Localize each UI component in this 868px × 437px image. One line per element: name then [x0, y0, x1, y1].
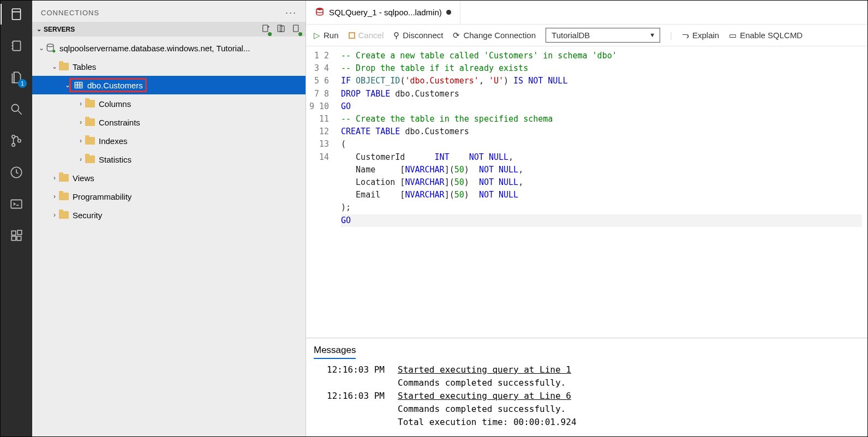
chevron-right-icon: › — [51, 193, 58, 200]
activity-extensions-icon[interactable] — [8, 228, 25, 244]
svg-rect-18 — [263, 25, 268, 32]
folder-icon — [58, 174, 69, 182]
explain-icon: ᓓ — [682, 31, 689, 40]
messages-panel: Messages 12:16:03 PM Started executing q… — [306, 338, 867, 436]
tree-dbo-customers-node[interactable]: ⌄ dbo.Customers — [32, 76, 306, 94]
line-gutter: 1 2 3 4 5 6 7 8 9 10 11 12 13 14 — [306, 46, 336, 338]
chevron-right-icon: › — [77, 100, 85, 107]
tree-server-node[interactable]: ⌄ sqlpoolservername.database.windows.net… — [32, 39, 306, 57]
svg-rect-12 — [11, 200, 22, 208]
message-link[interactable]: Started executing query at Line 6 — [398, 390, 571, 403]
servers-section-header[interactable]: ⌄ SERVERS — [32, 22, 306, 37]
message-row: 12:16:03 PM Started executing query at L… — [314, 390, 860, 403]
svg-rect-14 — [11, 231, 16, 235]
folder-icon — [58, 63, 69, 70]
query-toolbar: ▷Run Cancel ⚲Disconnect ⟳Change Connecti… — [306, 25, 867, 46]
svg-rect-22 — [280, 26, 285, 32]
tree-statistics-node[interactable]: › Statistics — [32, 150, 306, 169]
chevron-right-icon: › — [77, 118, 85, 126]
folder-icon — [85, 137, 95, 145]
activity-timeline-icon[interactable] — [8, 164, 25, 181]
activity-terminal-icon[interactable] — [8, 196, 25, 212]
tree-tables-label: Tables — [73, 62, 96, 71]
message-row: 12:16:03 PM Started executing query at L… — [314, 363, 860, 376]
tree-statistics-label: Statistics — [99, 155, 131, 164]
tree-indexes-node[interactable]: › Indexes — [32, 131, 306, 150]
refresh-icon: ⟳ — [453, 31, 460, 40]
chevron-right-icon: › — [77, 137, 85, 145]
chevron-down-icon: ⌄ — [51, 63, 58, 70]
tree-server-label: sqlpoolservername.database.windows.net, … — [59, 44, 250, 53]
messages-body: 12:16:03 PM Started executing query at L… — [314, 363, 860, 429]
svg-rect-15 — [11, 236, 16, 241]
panel-more-icon[interactable]: ··· — [285, 7, 297, 19]
new-connection-icon[interactable] — [261, 23, 271, 35]
new-group-icon[interactable] — [276, 23, 286, 35]
tab-bar: SQLQuery_1 - sqlpoo...ladmin) — [306, 1, 867, 25]
dirty-indicator-icon — [446, 10, 451, 15]
tree-programmability-node[interactable]: › Programmability — [32, 187, 306, 206]
activity-search-icon[interactable] — [8, 101, 25, 117]
chevron-down-icon: ⌄ — [38, 44, 45, 52]
separator: | — [670, 31, 672, 40]
tree-columns-label: Columns — [99, 99, 131, 109]
message-link[interactable]: Started executing query at Line 1 — [398, 363, 571, 376]
editor-area: SQLQuery_1 - sqlpoo...ladmin) ▷Run Cance… — [306, 1, 867, 436]
activity-bar: 1 — [1, 1, 32, 436]
tree-views-label: Views — [73, 173, 94, 183]
activity-source-control-icon[interactable] — [8, 133, 25, 149]
svg-rect-2 — [13, 41, 21, 50]
cancel-button[interactable]: Cancel — [349, 31, 384, 40]
tree-constraints-label: Constraints — [99, 118, 140, 127]
disconnect-icon: ⚲ — [393, 31, 399, 40]
messages-tab[interactable]: Messages — [314, 343, 356, 359]
connections-panel: CONNECTIONS ··· ⌄ SERVERS ⌄ sqlpoolserve… — [32, 1, 306, 436]
folder-icon — [58, 193, 69, 200]
svg-line-7 — [18, 111, 22, 115]
svg-rect-23 — [294, 25, 298, 32]
svg-point-10 — [18, 139, 21, 142]
folder-icon — [85, 118, 95, 126]
folder-icon — [58, 211, 69, 219]
message-line: Commands completed successfully. — [398, 376, 860, 390]
chevron-right-icon: › — [51, 174, 58, 182]
code-editor[interactable]: 1 2 3 4 5 6 7 8 9 10 11 12 13 14 -- Crea… — [306, 46, 867, 338]
tree-dbo-customers-label: dbo.Customers — [87, 81, 143, 90]
play-icon: ▷ — [314, 31, 320, 40]
activity-notebook-icon[interactable] — [8, 38, 25, 54]
enable-sqlcmd-button[interactable]: ▭Enable SQLCMD — [729, 31, 803, 40]
new-query-icon[interactable] — [291, 23, 301, 35]
change-connection-button[interactable]: ⟳Change Connection — [453, 31, 536, 40]
explorer-badge: 1 — [18, 79, 27, 88]
svg-rect-26 — [75, 82, 82, 88]
server-icon — [45, 43, 56, 53]
run-button[interactable]: ▷Run — [314, 31, 339, 40]
activity-explorer-icon[interactable]: 1 — [8, 69, 25, 86]
chevron-right-icon: › — [51, 211, 58, 219]
message-timestamp: 12:16:03 PM — [314, 390, 385, 403]
tree-columns-node[interactable]: › Columns — [32, 94, 306, 113]
tree-tables-node[interactable]: ⌄ Tables — [32, 57, 306, 76]
panel-header: CONNECTIONS ··· — [32, 1, 306, 22]
activity-connections-icon[interactable] — [8, 6, 25, 22]
database-icon — [315, 7, 325, 18]
tree-security-node[interactable]: › Security — [32, 206, 306, 224]
message-line: Total execution time: 00:00:01.924 — [398, 416, 860, 429]
explain-button[interactable]: ᓓExplain — [682, 31, 719, 40]
panel-title: CONNECTIONS — [41, 9, 99, 17]
svg-point-24 — [47, 44, 53, 47]
svg-point-25 — [52, 50, 55, 52]
tree-constraints-node[interactable]: › Constraints — [32, 113, 306, 131]
database-select[interactable]: TutorialDB — [546, 28, 660, 43]
svg-point-6 — [11, 104, 19, 111]
svg-rect-17 — [17, 230, 22, 235]
tree-security-label: Security — [73, 211, 102, 220]
disconnect-button[interactable]: ⚲Disconnect — [393, 31, 443, 40]
svg-point-8 — [12, 135, 15, 138]
tree-programmability-label: Programmability — [73, 192, 131, 201]
svg-rect-16 — [17, 236, 21, 241]
code-content[interactable]: -- Create a new table called 'Customers'… — [336, 46, 867, 338]
editor-tab[interactable]: SQLQuery_1 - sqlpoo...ladmin) — [306, 1, 460, 24]
tree-views-node[interactable]: › Views — [32, 169, 306, 187]
svg-rect-0 — [12, 9, 20, 20]
